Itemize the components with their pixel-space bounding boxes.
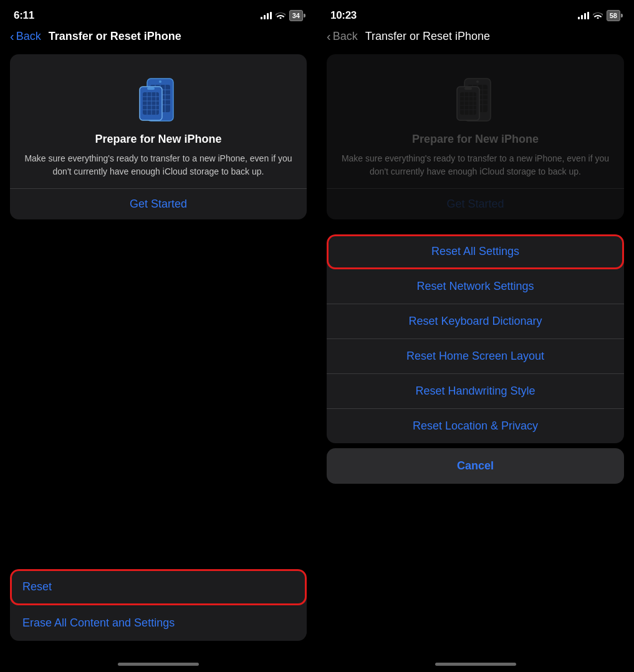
left-battery-icon: 34 [289, 10, 303, 21]
left-nav-title: Transfer or Reset iPhone [49, 30, 181, 43]
svg-point-9 [159, 80, 161, 83]
left-get-started-button[interactable]: Get Started [10, 189, 307, 219]
svg-rect-19 [147, 87, 155, 90]
svg-point-29 [476, 80, 479, 83]
left-bottom-section: Reset Erase All Content and Settings [0, 569, 317, 641]
cancel-button-wrap: Cancel [327, 448, 624, 484]
left-panel: 6:11 34 ‹ Back Tr [0, 0, 317, 672]
right-back-label: Back [333, 30, 358, 43]
left-card-body: Prepare for New iPhone Make sure everyth… [10, 54, 307, 188]
right-card-desc: Make sure everything's ready to transfer… [339, 152, 612, 178]
right-back-chevron-icon: ‹ [327, 30, 331, 42]
erase-all-button[interactable]: Erase All Content and Settings [10, 605, 307, 641]
right-battery-icon: 58 [607, 10, 620, 21]
right-back-button[interactable]: ‹ Back [327, 30, 358, 43]
right-signal-icon [578, 12, 589, 19]
right-nav-bar: ‹ Back Transfer or Reset iPhone [317, 27, 634, 49]
left-back-label: Back [16, 30, 41, 43]
svg-rect-11 [143, 92, 159, 115]
reset-all-settings-button[interactable]: Reset All Settings [327, 234, 624, 269]
right-status-icons: 58 [578, 10, 620, 21]
reset-home-screen-layout-button[interactable]: Reset Home Screen Layout [327, 339, 624, 374]
reset-handwriting-style-button[interactable]: Reset Handwriting Style [327, 374, 624, 409]
svg-rect-31 [460, 92, 476, 115]
right-panel: 10:23 58 ‹ Back T [317, 0, 634, 672]
left-home-indicator [118, 663, 199, 666]
cancel-button[interactable]: Cancel [327, 448, 624, 484]
reset-network-settings-button[interactable]: Reset Network Settings [327, 269, 624, 304]
left-back-button[interactable]: ‹ Back [10, 30, 41, 43]
reset-options-menu: Reset All Settings Reset Network Setting… [327, 234, 624, 443]
right-get-started-button[interactable]: Get Started [327, 189, 624, 219]
left-status-icons: 34 [261, 10, 303, 21]
reset-button[interactable]: Reset [10, 569, 307, 605]
left-bottom-menu: Reset Erase All Content and Settings [10, 569, 307, 641]
left-status-bar: 6:11 34 [0, 0, 317, 27]
reset-keyboard-dictionary-button[interactable]: Reset Keyboard Dictionary [327, 304, 624, 339]
left-card-title: Prepare for New iPhone [95, 133, 221, 146]
right-card-title: Prepare for New iPhone [412, 133, 539, 146]
left-nav-bar: ‹ Back Transfer or Reset iPhone [0, 27, 317, 49]
left-signal-icon [261, 12, 272, 19]
left-time: 6:11 [14, 9, 34, 22]
left-back-chevron-icon: ‹ [10, 30, 14, 42]
right-home-indicator [435, 663, 516, 666]
right-card-body: Prepare for New iPhone Make sure everyth… [327, 54, 624, 188]
right-card: Prepare for New iPhone Make sure everyth… [327, 54, 624, 219]
right-status-bar: 10:23 58 [317, 0, 634, 27]
right-nav-title: Transfer or Reset iPhone [365, 30, 490, 43]
reset-location-privacy-button[interactable]: Reset Location & Privacy [327, 409, 624, 443]
left-card-desc: Make sure everything's ready to transfer… [22, 152, 294, 178]
right-time: 10:23 [330, 9, 357, 22]
left-phone-icon [133, 69, 183, 125]
left-card: Prepare for New iPhone Make sure everyth… [10, 54, 307, 219]
right-phone-icon [451, 69, 501, 125]
svg-rect-39 [464, 87, 472, 90]
right-wifi-icon [593, 11, 603, 21]
left-wifi-icon [276, 11, 286, 21]
